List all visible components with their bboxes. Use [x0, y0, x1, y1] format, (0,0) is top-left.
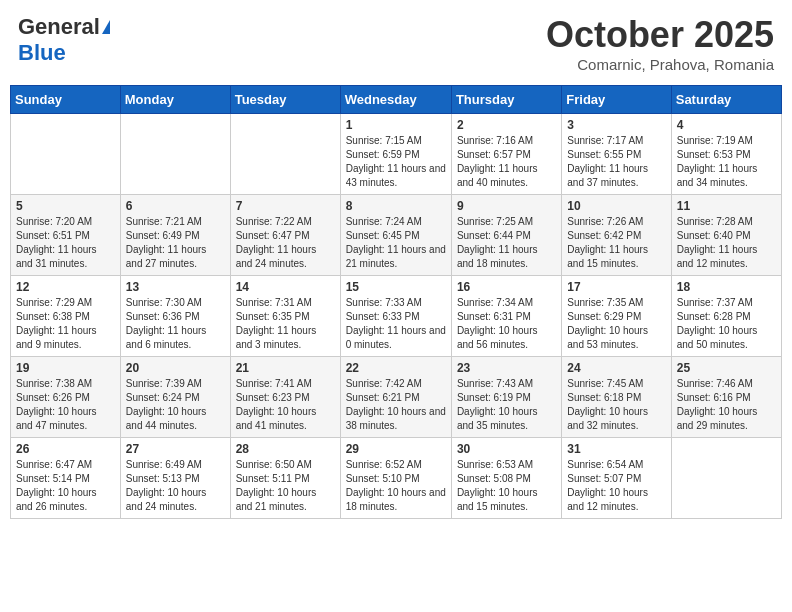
- day-info: Sunrise: 6:54 AM Sunset: 5:07 PM Dayligh…: [567, 458, 665, 514]
- day-info: Sunrise: 7:28 AM Sunset: 6:40 PM Dayligh…: [677, 215, 776, 271]
- calendar-cell: [230, 114, 340, 195]
- day-info: Sunrise: 7:43 AM Sunset: 6:19 PM Dayligh…: [457, 377, 556, 433]
- day-number: 30: [457, 442, 556, 456]
- calendar-cell: 1Sunrise: 7:15 AM Sunset: 6:59 PM Daylig…: [340, 114, 451, 195]
- weekday-header: Friday: [562, 86, 671, 114]
- calendar-cell: 15Sunrise: 7:33 AM Sunset: 6:33 PM Dayli…: [340, 276, 451, 357]
- day-number: 6: [126, 199, 225, 213]
- day-info: Sunrise: 7:46 AM Sunset: 6:16 PM Dayligh…: [677, 377, 776, 433]
- day-info: Sunrise: 6:53 AM Sunset: 5:08 PM Dayligh…: [457, 458, 556, 514]
- day-number: 24: [567, 361, 665, 375]
- calendar-week-row: 12Sunrise: 7:29 AM Sunset: 6:38 PM Dayli…: [11, 276, 782, 357]
- logo-triangle-icon: [102, 20, 110, 34]
- day-number: 15: [346, 280, 446, 294]
- calendar-cell: 24Sunrise: 7:45 AM Sunset: 6:18 PM Dayli…: [562, 357, 671, 438]
- weekday-header: Tuesday: [230, 86, 340, 114]
- location-text: Comarnic, Prahova, Romania: [546, 56, 774, 73]
- day-info: Sunrise: 7:21 AM Sunset: 6:49 PM Dayligh…: [126, 215, 225, 271]
- day-info: Sunrise: 7:39 AM Sunset: 6:24 PM Dayligh…: [126, 377, 225, 433]
- day-info: Sunrise: 7:45 AM Sunset: 6:18 PM Dayligh…: [567, 377, 665, 433]
- day-number: 14: [236, 280, 335, 294]
- calendar-cell: 25Sunrise: 7:46 AM Sunset: 6:16 PM Dayli…: [671, 357, 781, 438]
- calendar-cell: 17Sunrise: 7:35 AM Sunset: 6:29 PM Dayli…: [562, 276, 671, 357]
- calendar-cell: 5Sunrise: 7:20 AM Sunset: 6:51 PM Daylig…: [11, 195, 121, 276]
- day-number: 4: [677, 118, 776, 132]
- day-number: 8: [346, 199, 446, 213]
- day-number: 16: [457, 280, 556, 294]
- calendar-cell: 20Sunrise: 7:39 AM Sunset: 6:24 PM Dayli…: [120, 357, 230, 438]
- calendar-week-row: 26Sunrise: 6:47 AM Sunset: 5:14 PM Dayli…: [11, 438, 782, 519]
- day-number: 7: [236, 199, 335, 213]
- day-info: Sunrise: 7:30 AM Sunset: 6:36 PM Dayligh…: [126, 296, 225, 352]
- calendar-cell: 28Sunrise: 6:50 AM Sunset: 5:11 PM Dayli…: [230, 438, 340, 519]
- day-info: Sunrise: 7:24 AM Sunset: 6:45 PM Dayligh…: [346, 215, 446, 271]
- day-info: Sunrise: 7:17 AM Sunset: 6:55 PM Dayligh…: [567, 134, 665, 190]
- day-number: 20: [126, 361, 225, 375]
- day-info: Sunrise: 7:34 AM Sunset: 6:31 PM Dayligh…: [457, 296, 556, 352]
- day-number: 28: [236, 442, 335, 456]
- day-number: 3: [567, 118, 665, 132]
- calendar-header-row: SundayMondayTuesdayWednesdayThursdayFrid…: [11, 86, 782, 114]
- logo: General Blue: [18, 14, 110, 66]
- calendar-cell: 8Sunrise: 7:24 AM Sunset: 6:45 PM Daylig…: [340, 195, 451, 276]
- day-number: 29: [346, 442, 446, 456]
- day-number: 5: [16, 199, 115, 213]
- day-info: Sunrise: 6:49 AM Sunset: 5:13 PM Dayligh…: [126, 458, 225, 514]
- day-info: Sunrise: 7:38 AM Sunset: 6:26 PM Dayligh…: [16, 377, 115, 433]
- title-area: October 2025 Comarnic, Prahova, Romania: [546, 14, 774, 73]
- day-number: 13: [126, 280, 225, 294]
- calendar-cell: 2Sunrise: 7:16 AM Sunset: 6:57 PM Daylig…: [451, 114, 561, 195]
- day-number: 17: [567, 280, 665, 294]
- month-title: October 2025: [546, 14, 774, 56]
- calendar-table: SundayMondayTuesdayWednesdayThursdayFrid…: [10, 85, 782, 519]
- calendar-cell: 14Sunrise: 7:31 AM Sunset: 6:35 PM Dayli…: [230, 276, 340, 357]
- calendar-cell: 30Sunrise: 6:53 AM Sunset: 5:08 PM Dayli…: [451, 438, 561, 519]
- day-info: Sunrise: 7:31 AM Sunset: 6:35 PM Dayligh…: [236, 296, 335, 352]
- day-info: Sunrise: 7:33 AM Sunset: 6:33 PM Dayligh…: [346, 296, 446, 352]
- day-number: 19: [16, 361, 115, 375]
- day-number: 12: [16, 280, 115, 294]
- day-number: 25: [677, 361, 776, 375]
- calendar-week-row: 5Sunrise: 7:20 AM Sunset: 6:51 PM Daylig…: [11, 195, 782, 276]
- logo-general-text: General: [18, 14, 100, 40]
- day-info: Sunrise: 6:52 AM Sunset: 5:10 PM Dayligh…: [346, 458, 446, 514]
- calendar-cell: [11, 114, 121, 195]
- day-number: 1: [346, 118, 446, 132]
- calendar-cell: 31Sunrise: 6:54 AM Sunset: 5:07 PM Dayli…: [562, 438, 671, 519]
- day-number: 31: [567, 442, 665, 456]
- calendar-cell: 27Sunrise: 6:49 AM Sunset: 5:13 PM Dayli…: [120, 438, 230, 519]
- day-info: Sunrise: 7:20 AM Sunset: 6:51 PM Dayligh…: [16, 215, 115, 271]
- calendar-cell: 12Sunrise: 7:29 AM Sunset: 6:38 PM Dayli…: [11, 276, 121, 357]
- weekday-header: Monday: [120, 86, 230, 114]
- calendar-week-row: 1Sunrise: 7:15 AM Sunset: 6:59 PM Daylig…: [11, 114, 782, 195]
- day-info: Sunrise: 7:15 AM Sunset: 6:59 PM Dayligh…: [346, 134, 446, 190]
- calendar-cell: 26Sunrise: 6:47 AM Sunset: 5:14 PM Dayli…: [11, 438, 121, 519]
- day-info: Sunrise: 6:47 AM Sunset: 5:14 PM Dayligh…: [16, 458, 115, 514]
- day-number: 23: [457, 361, 556, 375]
- day-info: Sunrise: 7:35 AM Sunset: 6:29 PM Dayligh…: [567, 296, 665, 352]
- day-number: 18: [677, 280, 776, 294]
- calendar-cell: 19Sunrise: 7:38 AM Sunset: 6:26 PM Dayli…: [11, 357, 121, 438]
- day-info: Sunrise: 6:50 AM Sunset: 5:11 PM Dayligh…: [236, 458, 335, 514]
- day-info: Sunrise: 7:22 AM Sunset: 6:47 PM Dayligh…: [236, 215, 335, 271]
- calendar-cell: 3Sunrise: 7:17 AM Sunset: 6:55 PM Daylig…: [562, 114, 671, 195]
- calendar-cell: [120, 114, 230, 195]
- calendar-cell: 4Sunrise: 7:19 AM Sunset: 6:53 PM Daylig…: [671, 114, 781, 195]
- calendar-cell: 6Sunrise: 7:21 AM Sunset: 6:49 PM Daylig…: [120, 195, 230, 276]
- day-info: Sunrise: 7:41 AM Sunset: 6:23 PM Dayligh…: [236, 377, 335, 433]
- weekday-header: Sunday: [11, 86, 121, 114]
- calendar-cell: 10Sunrise: 7:26 AM Sunset: 6:42 PM Dayli…: [562, 195, 671, 276]
- day-number: 22: [346, 361, 446, 375]
- calendar-cell: 13Sunrise: 7:30 AM Sunset: 6:36 PM Dayli…: [120, 276, 230, 357]
- day-number: 26: [16, 442, 115, 456]
- weekday-header: Thursday: [451, 86, 561, 114]
- day-info: Sunrise: 7:37 AM Sunset: 6:28 PM Dayligh…: [677, 296, 776, 352]
- day-number: 27: [126, 442, 225, 456]
- day-info: Sunrise: 7:26 AM Sunset: 6:42 PM Dayligh…: [567, 215, 665, 271]
- day-info: Sunrise: 7:29 AM Sunset: 6:38 PM Dayligh…: [16, 296, 115, 352]
- day-number: 11: [677, 199, 776, 213]
- day-info: Sunrise: 7:42 AM Sunset: 6:21 PM Dayligh…: [346, 377, 446, 433]
- calendar-cell: 29Sunrise: 6:52 AM Sunset: 5:10 PM Dayli…: [340, 438, 451, 519]
- day-info: Sunrise: 7:19 AM Sunset: 6:53 PM Dayligh…: [677, 134, 776, 190]
- day-number: 2: [457, 118, 556, 132]
